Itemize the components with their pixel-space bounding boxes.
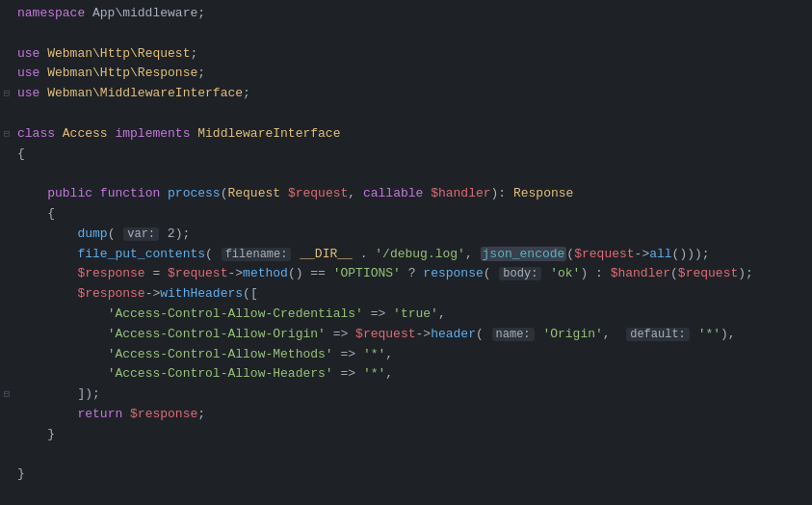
code-token: ( [566,247,574,261]
code-token: '*' [698,327,720,341]
code-token: { [17,206,55,221]
code-token: implements [115,126,197,141]
code-token: $response [130,407,197,421]
line-content: return $response; [13,405,812,425]
code-token: $handler [431,186,490,200]
code-line: ⊟class Access implements MiddlewareInter… [0,124,812,145]
code-token: 'Origin' [542,327,602,341]
code-token: ]); [77,386,99,401]
line-content: $response->withHeaders([ [13,284,812,305]
code-token: class [17,126,63,141]
code-token: $request [168,266,227,280]
code-token [17,186,47,200]
line-content: file_put_contents( filename: __DIR__ . '… [13,245,812,265]
code-line: public function process(Request $request… [0,184,812,204]
code-token: Webman\MiddlewareInterface [47,86,243,100]
code-token: } [17,466,25,481]
code-token: ) : [580,266,610,280]
line-content: { [13,145,812,165]
code-token: 2 [160,226,175,241]
code-token [17,226,77,241]
code-token: ( [670,266,678,280]
code-token [691,327,698,341]
code-token: '*' [363,366,385,381]
code-line: dump( var: 2); [0,225,812,245]
param-label: var: [123,227,159,241]
code-token: return [77,407,130,421]
code-token: ; [190,46,197,61]
code-line [0,24,812,44]
code-token: ; [197,66,205,80]
code-token: function [100,186,168,200]
line-content: use Webman\Http\Request; [13,44,812,65]
fold-indicator[interactable]: ⊟ [0,86,13,103]
code-token: => [333,366,363,381]
code-token: withHeaders [160,286,243,301]
code-token: , [385,366,393,381]
code-token: ); [175,226,191,241]
code-token: Request [227,186,287,200]
code-token [17,386,77,401]
code-token: ; [197,6,205,20]
code-line: { [0,204,812,225]
code-token: ? [401,266,423,280]
code-token: 'Access-Control-Allow-Headers' [108,366,333,381]
code-token: $response [77,266,144,280]
code-token: , [385,347,393,361]
code-token: -> [145,286,161,301]
code-token: } [17,427,55,441]
code-token: Webman\Http\Response [47,66,197,80]
code-token: header [431,327,476,341]
line-content [13,164,812,184]
code-token [17,366,108,381]
code-token: 'Access-Control-Allow-Methods' [108,347,333,361]
code-line: 'Access-Control-Allow-Methods' => '*', [0,345,812,365]
code-editor: namespace App\middleware; use Webman\Htt… [0,0,812,505]
line-content: 'Access-Control-Allow-Origin' => $reques… [13,325,812,345]
line-content: dump( var: 2); [13,225,812,245]
code-token: -> [227,266,243,280]
code-line: $response->withHeaders([ [0,284,812,305]
fold-indicator[interactable]: ⊟ [0,126,13,144]
line-content: use Webman\MiddlewareInterface; [13,84,812,104]
code-token: => [333,347,363,361]
line-content: 'Access-Control-Allow-Credentials' => 't… [13,305,812,325]
code-line: 'Access-Control-Allow-Headers' => '*', [0,364,812,385]
line-content: class Access implements MiddlewareInterf… [13,124,812,145]
line-content: use Webman\Http\Response; [13,64,812,84]
line-content: 'Access-Control-Allow-Methods' => '*', [13,345,812,365]
code-token: $response [77,286,144,301]
code-token: , [348,186,363,200]
code-token: $request [288,186,348,200]
code-token: , [438,306,446,321]
code-token: ; [243,86,250,100]
code-token: ; [197,407,205,421]
code-line: ⊟use Webman\MiddlewareInterface; [0,84,812,104]
code-token: ([ [243,286,258,301]
code-line: } [0,465,812,485]
code-line [0,164,812,184]
param-label: default: [626,328,690,341]
line-content [13,104,812,124]
code-token [17,407,77,421]
code-token: use [17,66,47,80]
param-label: name: [492,328,535,341]
code-token: use [17,46,47,61]
code-line: ⊟ ]); [0,385,812,405]
code-token: ( [108,226,123,241]
code-line: return $response; [0,405,812,425]
code-token: 'Access-Control-Allow-Origin' [108,327,326,341]
code-line: use Webman\Http\Response; [0,64,812,84]
code-line: 'Access-Control-Allow-Origin' => $reques… [0,325,812,345]
code-token: public [47,186,100,200]
code-token: MiddlewareInterface [197,126,340,141]
code-token: ())); [672,247,710,261]
code-token [17,266,77,280]
code-token: ); [738,266,753,280]
code-token: = [145,266,168,280]
line-content [13,445,812,465]
code-token: () == [288,266,333,280]
fold-indicator[interactable]: ⊟ [0,386,13,404]
code-line: $response = $request->method() == 'OPTIO… [0,264,812,284]
code-token: ( [484,266,499,280]
